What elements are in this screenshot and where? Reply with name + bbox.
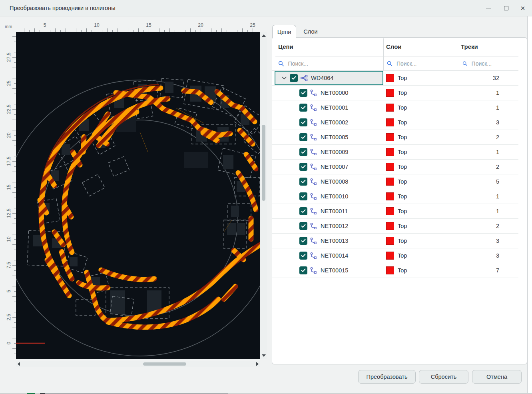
net-checkbox[interactable]: [299, 237, 307, 245]
net-cell[interactable]: NET00009: [275, 145, 383, 159]
track-count: 7: [496, 267, 499, 274]
ruler-tick: [12, 130, 16, 130]
net-cell[interactable]: NET00005: [275, 130, 383, 144]
layer-cell[interactable]: Top: [383, 130, 459, 144]
ruler-label: 10: [89, 22, 105, 28]
net-cell[interactable]: NET00010: [275, 189, 383, 204]
scroll-down-icon[interactable]: [262, 354, 266, 357]
net-cell[interactable]: NET00015: [275, 263, 383, 278]
tab-nets[interactable]: Цепи: [272, 25, 296, 38]
table-row[interactable]: NET00013 Top 3: [272, 234, 518, 248]
table-row[interactable]: NET00002 Top 3: [272, 115, 518, 130]
layer-name: Top: [398, 178, 407, 185]
column-header-nets: Цепи: [278, 38, 293, 56]
titlebar: Преобразовать проводники в полигоны ✕: [0, 0, 532, 16]
tracks-cell: 1: [459, 100, 499, 115]
layer-cell[interactable]: Top: [383, 160, 459, 174]
net-checkbox[interactable]: [299, 192, 307, 200]
tab-layers[interactable]: Слои: [299, 25, 323, 38]
layer-cell[interactable]: Top: [383, 174, 459, 189]
layer-name: Top: [398, 104, 407, 111]
vertical-scroll-thumb[interactable]: [262, 125, 265, 201]
net-checkbox[interactable]: [299, 148, 307, 156]
net-cell[interactable]: NET00013: [275, 234, 383, 248]
net-cell[interactable]: NET00000: [275, 86, 383, 100]
layer-cell[interactable]: Top: [383, 71, 459, 85]
net-name: NET00002: [321, 119, 348, 126]
net-cell[interactable]: NET00011: [275, 204, 383, 218]
net-cell[interactable]: NET00008: [275, 174, 383, 189]
net-cell[interactable]: NET00014: [275, 248, 383, 263]
table-row[interactable]: NET00005 Top 2: [272, 130, 518, 145]
ruler-tick: [128, 28, 128, 32]
ruler-tick: [12, 151, 16, 151]
ruler-label: 25: [245, 22, 261, 28]
table-row[interactable]: NET00007 Top 2: [272, 160, 518, 174]
canvas-horizontal-scrollbar[interactable]: [16, 361, 260, 367]
close-button[interactable]: ✕: [516, 2, 529, 14]
layer-cell[interactable]: Top: [383, 234, 459, 248]
table-row[interactable]: NET00000 Top 1: [272, 86, 518, 100]
net-cell[interactable]: NET00001: [275, 100, 383, 115]
horizontal-scroll-thumb[interactable]: [143, 362, 186, 366]
table-row[interactable]: NET00012 Top 2: [272, 219, 518, 234]
scroll-left-icon[interactable]: [18, 362, 20, 366]
layer-cell[interactable]: Top: [383, 145, 459, 159]
net-checkbox[interactable]: [299, 163, 307, 171]
table-row[interactable]: NET00010 Top 1: [272, 189, 518, 204]
ruler-tick: [12, 255, 16, 255]
layer-cell[interactable]: Top: [383, 219, 459, 233]
net-checkbox[interactable]: [299, 222, 307, 230]
chevron-down-icon[interactable]: [281, 76, 287, 80]
ruler-tick: [34, 28, 35, 32]
pcb-canvas[interactable]: [16, 32, 260, 359]
layer-cell[interactable]: Top: [383, 263, 459, 278]
scroll-up-icon[interactable]: [262, 34, 266, 37]
layer-name: Top: [398, 134, 407, 140]
table-row[interactable]: NET00009 Top 1: [272, 145, 518, 160]
layer-cell[interactable]: Top: [383, 115, 459, 130]
layer-cell[interactable]: Top: [383, 100, 459, 115]
net-checkbox[interactable]: [290, 74, 298, 82]
net-checkbox[interactable]: [299, 207, 307, 215]
search-input-tracks[interactable]: [471, 60, 502, 67]
layer-cell[interactable]: Top: [383, 189, 459, 204]
net-checkbox[interactable]: [299, 252, 307, 260]
net-checkbox[interactable]: [299, 104, 307, 112]
layer-cell[interactable]: Top: [383, 204, 459, 218]
net-name: NET00015: [321, 267, 348, 274]
layer-cell[interactable]: Top: [383, 248, 459, 263]
ruler-tick: [76, 28, 76, 32]
net-checkbox[interactable]: [299, 118, 307, 126]
ruler-label: 22,5: [6, 101, 12, 117]
convert-button[interactable]: Преобразовать: [358, 370, 416, 384]
net-checkbox[interactable]: [299, 89, 307, 97]
table-row[interactable]: NET00008 Top 5: [272, 174, 518, 189]
cancel-button[interactable]: Отмена: [472, 370, 522, 384]
search-input-nets[interactable]: [287, 60, 380, 67]
minimize-button[interactable]: [482, 2, 495, 14]
net-checkbox[interactable]: [299, 178, 307, 186]
table-row[interactable]: WD4064 Top 32: [272, 71, 518, 86]
scroll-right-icon[interactable]: [256, 362, 259, 366]
net-cell[interactable]: NET00007: [275, 160, 383, 174]
reset-button[interactable]: Сбросить: [419, 370, 468, 384]
net-checkbox[interactable]: [299, 266, 307, 274]
table-row[interactable]: NET00014 Top 3: [272, 248, 518, 263]
search-input-layers[interactable]: [396, 60, 456, 67]
table-row[interactable]: NET00011 Top 1: [272, 204, 518, 219]
track-count: 2: [496, 134, 499, 140]
net-cell[interactable]: NET00012: [275, 219, 383, 233]
tracks-cell: 3: [459, 248, 499, 263]
table-row[interactable]: NET00001 Top 1: [272, 100, 518, 115]
tracks-cell: 2: [459, 219, 499, 233]
canvas-vertical-scrollbar[interactable]: [260, 32, 267, 359]
maximize-button[interactable]: [500, 2, 512, 14]
net-checkbox[interactable]: [299, 133, 307, 141]
layer-cell[interactable]: Top: [383, 86, 459, 100]
layer-color-chip: [386, 89, 394, 97]
net-cell[interactable]: WD4064: [275, 71, 383, 85]
table-row[interactable]: NET00015 Top 7: [272, 263, 518, 278]
screen-edge-gutter: [528, 16, 532, 394]
net-cell[interactable]: NET00002: [275, 115, 383, 130]
